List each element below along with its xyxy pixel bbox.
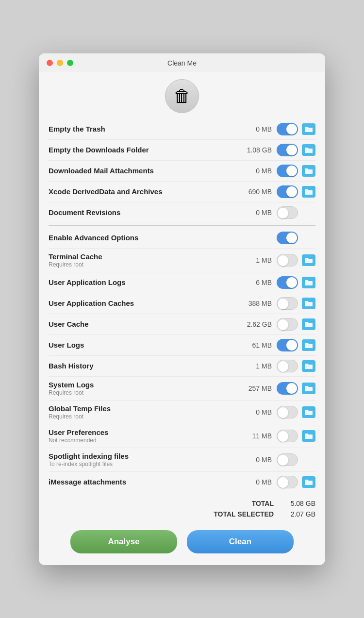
list-item-app-caches: User Application Caches388 MB — [49, 293, 315, 314]
toggle-imessage[interactable] — [277, 476, 298, 488]
trash-icon: 🗑 — [173, 86, 191, 106]
item-name-user-prefs: User Preferences — [49, 428, 238, 436]
maximize-button[interactable] — [67, 60, 73, 66]
list-item-terminal-cache: Terminal CacheRequires root1 MB — [49, 249, 315, 272]
item-size-app-caches: 388 MB — [238, 300, 272, 307]
folder-btn-downloads-folder[interactable] — [302, 144, 315, 156]
item-sub-global-temp: Requires root — [49, 413, 238, 420]
item-sub-spotlight-files: To re-index spotlight files — [49, 461, 238, 468]
list-item-system-logs: System LogsRequires root257 MB — [49, 377, 315, 401]
list-item-xcode-data: Xcode DerivedData and Archives690 MB — [49, 182, 315, 202]
item-size-app-logs: 6 MB — [238, 279, 272, 286]
total-value: 5.08 GB — [281, 500, 315, 507]
folder-btn-user-cache[interactable] — [302, 318, 315, 330]
item-name-doc-revisions: Document Revisions — [49, 208, 238, 217]
item-size-xcode-data: 690 MB — [238, 188, 272, 196]
item-size-empty-trash: 0 MB — [238, 125, 272, 133]
toggle-mail-attachments[interactable] — [277, 165, 298, 177]
items-list: Empty the Trash0 MB Empty the Downloads … — [39, 119, 325, 492]
item-size-imessage: 0 MB — [238, 478, 272, 486]
toggle-doc-revisions[interactable] — [277, 206, 298, 219]
traffic-lights — [47, 60, 73, 66]
folder-btn-mail-attachments[interactable] — [302, 165, 315, 177]
folder-btn-app-logs[interactable] — [302, 277, 315, 288]
list-item-global-temp: Global Temp FilesRequires root0 MB — [49, 401, 315, 424]
toggle-advanced-options[interactable] — [277, 232, 298, 244]
item-name-xcode-data: Xcode DerivedData and Archives — [49, 187, 238, 196]
list-item-bash-history: Bash History1 MB — [49, 356, 315, 377]
item-size-spotlight-files: 0 MB — [238, 456, 272, 464]
item-name-terminal-cache: Terminal Cache — [49, 252, 238, 261]
folder-btn-terminal-cache[interactable] — [302, 254, 315, 266]
app-window: Clean Me 🗑 Empty the Trash0 MB Empty the… — [39, 53, 325, 565]
item-name-mail-attachments: Downloaded Mail Attachments — [49, 167, 238, 175]
list-item-advanced-options: Enable Advanced Options — [49, 225, 315, 249]
item-size-user-cache: 2.62 GB — [238, 320, 272, 328]
item-size-mail-attachments: 0 MB — [238, 167, 272, 175]
list-item-imessage: iMessage attachments0 MB — [49, 472, 315, 492]
item-size-global-temp: 0 MB — [238, 408, 272, 416]
list-item-user-logs: User Logs61 MB — [49, 335, 315, 356]
folder-btn-app-caches[interactable] — [302, 298, 315, 309]
item-sub-system-logs: Requires root — [49, 389, 238, 396]
toggle-downloads-folder[interactable] — [277, 144, 298, 156]
item-size-doc-revisions: 0 MB — [238, 209, 272, 217]
app-icon-area: 🗑 — [39, 71, 325, 119]
toggle-system-logs[interactable] — [277, 382, 298, 395]
analyse-button[interactable]: Analyse — [70, 530, 177, 553]
clean-button[interactable]: Clean — [187, 530, 294, 553]
toggle-app-caches[interactable] — [277, 297, 298, 310]
close-button[interactable] — [47, 60, 53, 66]
list-item-mail-attachments: Downloaded Mail Attachments0 MB — [49, 161, 315, 182]
folder-btn-user-logs[interactable] — [302, 339, 315, 351]
total-label: TOTAL — [252, 500, 274, 507]
toggle-xcode-data[interactable] — [277, 185, 298, 198]
total-selected-value: 2.07 GB — [281, 510, 315, 518]
item-size-terminal-cache: 1 MB — [238, 256, 272, 264]
folder-btn-system-logs[interactable] — [302, 383, 315, 394]
item-name-global-temp: Global Temp Files — [49, 404, 238, 413]
list-item-spotlight-files: Spotlight indexing filesTo re-index spot… — [49, 448, 315, 472]
item-name-empty-trash: Empty the Trash — [49, 125, 238, 133]
toggle-terminal-cache[interactable] — [277, 254, 298, 267]
minimize-button[interactable] — [57, 60, 63, 66]
item-size-bash-history: 1 MB — [238, 362, 272, 370]
toggle-user-cache[interactable] — [277, 318, 298, 331]
toggle-spotlight-files[interactable] — [277, 453, 298, 466]
toggle-empty-trash[interactable] — [277, 123, 298, 135]
item-size-system-logs: 257 MB — [238, 384, 272, 392]
item-size-downloads-folder: 1.08 GB — [238, 146, 272, 154]
toggle-user-prefs[interactable] — [277, 430, 298, 442]
toggle-global-temp[interactable] — [277, 406, 298, 418]
folder-btn-imessage[interactable] — [302, 476, 315, 488]
folder-btn-global-temp[interactable] — [302, 406, 315, 418]
item-name-user-logs: User Logs — [49, 341, 238, 349]
item-size-user-prefs: 11 MB — [238, 432, 272, 440]
window-title: Clean Me — [167, 59, 197, 67]
list-item-user-prefs: User PreferencesNot recommended11 MB — [49, 424, 315, 448]
item-name-system-logs: System Logs — [49, 381, 238, 389]
item-name-downloads-folder: Empty the Downloads Folder — [49, 146, 238, 154]
buttons-row: Analyse Clean — [39, 522, 325, 553]
app-icon-circle: 🗑 — [165, 79, 199, 113]
folder-btn-xcode-data[interactable] — [302, 186, 315, 198]
folder-btn-bash-history[interactable] — [302, 360, 315, 372]
toggle-user-logs[interactable] — [277, 339, 298, 351]
toggle-bash-history[interactable] — [277, 360, 298, 372]
total-row: TOTAL 5.08 GB — [49, 498, 315, 509]
list-item-downloads-folder: Empty the Downloads Folder1.08 GB — [49, 140, 315, 161]
list-item-empty-trash: Empty the Trash0 MB — [49, 119, 315, 140]
folder-btn-user-prefs[interactable] — [302, 430, 315, 442]
totals-section: TOTAL 5.08 GB TOTAL SELECTED 2.07 GB — [39, 492, 325, 522]
toggle-app-logs[interactable] — [277, 276, 298, 289]
item-name-advanced-options: Enable Advanced Options — [49, 234, 243, 242]
item-sub-user-prefs: Not recommended — [49, 437, 238, 444]
list-item-app-logs: User Application Logs6 MB — [49, 272, 315, 293]
folder-btn-empty-trash[interactable] — [302, 123, 315, 135]
item-size-user-logs: 61 MB — [238, 341, 272, 349]
item-sub-terminal-cache: Requires root — [49, 261, 238, 268]
item-name-spotlight-files: Spotlight indexing files — [49, 452, 238, 460]
item-name-user-cache: User Cache — [49, 320, 238, 328]
item-name-imessage: iMessage attachments — [49, 478, 238, 486]
list-item-doc-revisions: Document Revisions0 MB — [49, 202, 315, 223]
